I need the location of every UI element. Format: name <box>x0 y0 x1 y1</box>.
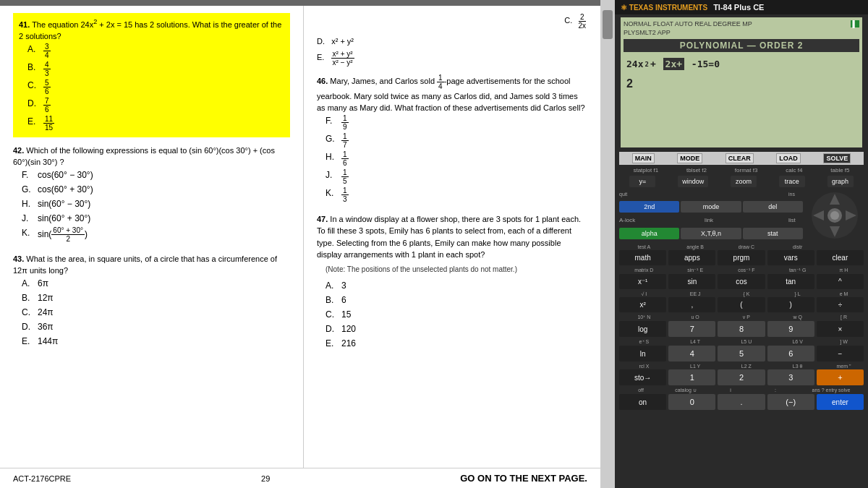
btn-neg[interactable]: (−) <box>767 394 814 410</box>
btn-divide[interactable]: ÷ <box>817 297 864 312</box>
btn-plus[interactable]: + <box>817 369 864 385</box>
q47-e: E.216 <box>326 337 587 350</box>
btn-6[interactable]: 6 <box>767 346 814 361</box>
btn-graph[interactable]: graph <box>827 176 854 187</box>
btn-mode[interactable]: mode <box>681 201 741 213</box>
btn-2[interactable]: 2 <box>718 369 765 385</box>
btn-0[interactable]: 0 <box>668 394 715 410</box>
q47-a: A.3 <box>326 279 587 292</box>
btn-8[interactable]: 8 <box>718 321 765 337</box>
q42-h: H.sin(60° − 30°) <box>22 197 290 210</box>
nav-clear[interactable]: CLEAR <box>726 153 754 163</box>
btn-ln[interactable]: ln <box>619 346 666 361</box>
nav-mode[interactable]: MODE <box>677 153 702 163</box>
btn-trace[interactable]: trace <box>779 176 805 187</box>
q41-text: 41. The equation 24x2 + 2x = 15 has 2 so… <box>19 17 284 43</box>
btn-zoom[interactable]: zoom <box>731 176 757 187</box>
row-sto: sto→ 1 2 3 + <box>619 369 864 385</box>
btn-math[interactable]: math <box>619 250 666 265</box>
dpad[interactable] <box>809 190 860 241</box>
calc-nav-bar: MAIN MODE CLEAR LOAD SOLVE <box>619 152 864 165</box>
q43-d: D.36π <box>22 320 290 333</box>
q46-k: K.13 <box>326 187 587 203</box>
q42-g: G.cos(60° + 30°) <box>22 183 290 196</box>
btn-del[interactable]: del <box>743 201 803 213</box>
row-alpha-btns: alpha X,T,θ,n stat <box>619 228 803 239</box>
btn-2nd[interactable]: 2nd <box>619 201 679 213</box>
row-math: math apps prgm vars clear <box>619 250 864 265</box>
btn-comma[interactable]: , <box>668 297 715 312</box>
question-46: 46. Mary, James, and Carlos sold 14-page… <box>317 74 587 203</box>
calc-equation: 24x2+ 2x+ -15=0 <box>624 55 859 73</box>
btn-log[interactable]: log <box>619 321 666 337</box>
calc-screen: NORMAL FLOAT AUTO REAL DEGREE MP ▌ PLYSM… <box>621 17 862 147</box>
row-x2: x² , ( ) ÷ <box>619 297 864 312</box>
calc-result: 2 <box>624 73 859 92</box>
calc-func-labels: statplot f1 tblset f2 format f3 calc f4 … <box>615 166 868 174</box>
partial-c: C. 22x <box>317 13 587 30</box>
partial-e: E. x² + y²x² − y² <box>317 50 587 67</box>
row-trig: x⁻¹ sin cos tan ^ <box>619 274 864 289</box>
page-left: 41. The equation 24x2 + 2x = 15 has 2 so… <box>0 6 304 468</box>
btn-3[interactable]: 3 <box>767 369 814 385</box>
q41-e: E.1115 <box>27 115 284 132</box>
btn-close-paren[interactable]: ) <box>767 297 814 312</box>
nav-load[interactable]: LOAD <box>776 153 801 163</box>
row-alpha-labels: A-lock link list <box>619 217 803 223</box>
btn-y-equals[interactable]: y= <box>629 176 655 187</box>
q42-k: K.sin(60° + 30°2) <box>22 226 290 243</box>
page-right: C. 22x D. x² + y² E. x² + y²x² − y² 46. … <box>304 6 600 468</box>
calc-header: ⚛ TEXAS INSTRUMENTS TI-84 Plus CE <box>615 0 868 14</box>
question-42: 42. Which of the following expressions i… <box>13 145 290 243</box>
btn-open-paren[interactable]: ( <box>718 297 765 312</box>
top-bar <box>0 0 600 6</box>
btn-on[interactable]: on <box>619 394 666 410</box>
footer-page-number: 29 <box>261 474 270 483</box>
row-2nd: quit ins <box>619 192 803 197</box>
q43-c: C.24π <box>22 306 290 319</box>
btn-x-inverse[interactable]: x⁻¹ <box>619 274 666 289</box>
btn-clear[interactable]: clear <box>817 250 864 265</box>
btn-alpha[interactable]: alpha <box>619 228 679 239</box>
q42-f: F.cos(60° − 30°) <box>22 168 290 181</box>
btn-stat[interactable]: stat <box>743 228 803 239</box>
q47-d: D.120 <box>326 322 587 335</box>
btn-5[interactable]: 5 <box>718 346 765 361</box>
question-41: 41. The equation 24x2 + 2x = 15 has 2 so… <box>13 13 290 137</box>
question-47: 47. In a window display at a flower shop… <box>317 213 587 350</box>
btn-vars[interactable]: vars <box>767 250 814 265</box>
btn-xtheta[interactable]: X,T,θ,n <box>681 228 741 239</box>
scroll-thumb[interactable] <box>603 10 613 39</box>
btn-enter[interactable]: enter <box>817 394 864 410</box>
btn-window[interactable]: window <box>678 176 708 187</box>
btn-tan[interactable]: tan <box>767 274 814 289</box>
partial-d: D. x² + y² <box>317 35 587 48</box>
question-43: 43. What is the area, in square units, o… <box>13 253 290 348</box>
q47-b: B.6 <box>326 294 587 307</box>
calc-screen-title: POLYNOMIAL — ORDER 2 <box>624 39 859 52</box>
scrollbar[interactable] <box>600 0 615 488</box>
btn-caret[interactable]: ^ <box>817 274 864 289</box>
btn-decimal[interactable]: . <box>718 394 765 410</box>
nav-main[interactable]: MAIN <box>632 153 655 163</box>
q41-b: B.43 <box>27 61 284 77</box>
row-log: log 7 8 9 × <box>619 321 864 337</box>
btn-cos[interactable]: cos <box>718 274 765 289</box>
btn-7[interactable]: 7 <box>668 321 715 337</box>
btn-x-squared[interactable]: x² <box>619 297 666 312</box>
q41-d: D.76 <box>27 97 284 114</box>
btn-minus[interactable]: − <box>817 346 864 361</box>
btn-prgm[interactable]: prgm <box>718 250 765 265</box>
ti-logo: ⚛ TEXAS INSTRUMENTS <box>621 4 707 12</box>
q46-g: G.17 <box>326 132 587 149</box>
btn-apps[interactable]: apps <box>668 250 715 265</box>
nav-solve[interactable]: SOLVE <box>823 153 851 163</box>
ti-model: TI-84 Plus CE <box>713 3 764 12</box>
btn-sto[interactable]: sto→ <box>619 369 666 385</box>
btn-9[interactable]: 9 <box>767 321 814 337</box>
svg-point-2 <box>830 211 839 220</box>
btn-4[interactable]: 4 <box>668 346 715 361</box>
btn-sin[interactable]: sin <box>668 274 715 289</box>
btn-multiply[interactable]: × <box>817 321 864 337</box>
btn-1[interactable]: 1 <box>668 369 715 385</box>
